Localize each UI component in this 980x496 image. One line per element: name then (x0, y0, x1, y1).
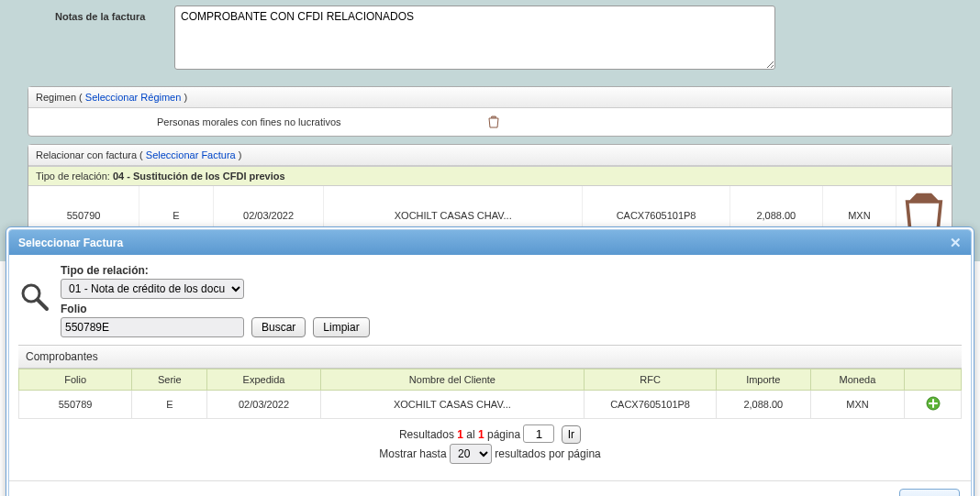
regimen-title-prefix: Regimen ( (36, 92, 85, 103)
col-moneda: Moneda (810, 369, 905, 391)
notes-textarea[interactable] (174, 6, 775, 70)
select-factura-link[interactable]: Seleccionar Factura (146, 149, 236, 160)
cell-importe: 2,088.00 (716, 391, 810, 419)
close-icon[interactable]: ✕ (950, 236, 962, 249)
select-factura-modal: Seleccionar Factura ✕ Tipo de relación: … (6, 226, 974, 496)
cell-moneda: MXN (810, 391, 905, 419)
pager-show-prefix: Mostrar hasta (379, 447, 450, 460)
go-button[interactable]: Ir (562, 425, 581, 444)
pager-res-prefix: Resultados (399, 428, 457, 441)
relacionar-title-prefix: Relacionar con factura ( (36, 149, 146, 160)
folio-label: Folio (61, 303, 370, 315)
add-icon[interactable] (926, 396, 941, 411)
pager-to: 1 (478, 428, 484, 441)
notes-label: Notas de la factura (28, 6, 174, 70)
col-folio: Folio (19, 369, 132, 391)
pager-show-suffix: resultados por página (495, 447, 600, 460)
page-size-select[interactable]: 20 (450, 444, 492, 464)
table-row: 550789 E 02/03/2022 XOCHILT CASAS CHAV..… (19, 391, 962, 419)
relacionar-header: Relacionar con factura ( Seleccionar Fac… (28, 145, 952, 166)
col-serie: Serie (132, 369, 207, 391)
tipo-relacion-select[interactable]: 01 - Nota de crédito de los documentos r… (61, 279, 244, 299)
col-rfc: RFC (585, 369, 717, 391)
cell-serie: E (132, 391, 207, 419)
pager-pagina-label: página (484, 428, 524, 441)
select-regimen-link[interactable]: Seleccionar Régimen (85, 92, 182, 103)
col-importe: Importe (716, 369, 810, 391)
tipo-relacion-row: Tipo de relación: 04 - Sustitución de lo… (28, 166, 952, 186)
trash-icon[interactable] (488, 116, 499, 128)
regimen-header: Regimen ( Seleccionar Régimen ) (28, 87, 952, 108)
tipo-relacion-label: Tipo de relación: (61, 264, 370, 277)
comprobantes-grid: Folio Serie Expedida Nombre del Cliente … (18, 369, 962, 419)
modal-title: Seleccionar Factura (18, 237, 123, 249)
cerrar-button[interactable]: Cerrar (899, 489, 960, 497)
folio-input[interactable] (61, 317, 244, 337)
cell-rfc: CACX7605101P8 (585, 391, 717, 419)
comprobantes-header: Comprobantes (18, 345, 962, 369)
relacionar-title-suffix: ) (236, 149, 242, 160)
svg-line-1 (38, 300, 47, 309)
search-icon (18, 281, 50, 312)
tipo-relacion-label: Tipo de relación: (36, 171, 113, 182)
regimen-title-suffix: ) (181, 92, 187, 103)
regimen-row-text: Personas morales con fines no lucrativos (38, 116, 341, 127)
regimen-panel: Regimen ( Seleccionar Régimen ) Personas… (28, 86, 952, 137)
page-input[interactable] (523, 424, 554, 443)
pager-from: 1 (457, 428, 463, 441)
pager-al: al (463, 428, 478, 441)
buscar-button[interactable]: Buscar (251, 317, 306, 337)
cell-expedida: 02/03/2022 (207, 391, 320, 419)
tipo-relacion-value: 04 - Sustitución de los CFDI previos (113, 171, 285, 182)
pager: Resultados 1 al 1 página Ir Mostrar hast… (18, 419, 962, 473)
limpiar-button[interactable]: Limpiar (313, 317, 369, 337)
cell-folio: 550789 (19, 391, 132, 419)
col-cliente: Nombre del Cliente (320, 369, 585, 391)
cell-cliente: XOCHILT CASAS CHAV... (320, 391, 585, 419)
col-expedida: Expedida (207, 369, 320, 391)
